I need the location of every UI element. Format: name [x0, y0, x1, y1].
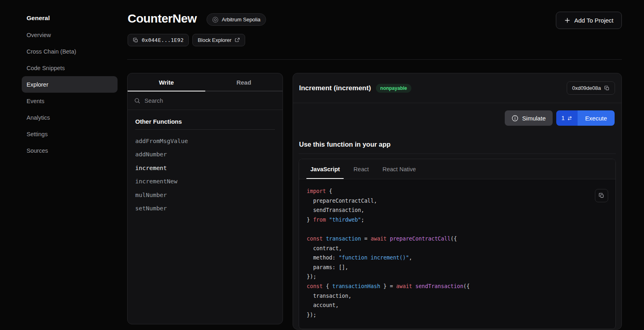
contract-address-button[interactable]: 0x044E...1E92: [128, 34, 189, 46]
sidebar-item-code-snippets[interactable]: Code Snippets: [22, 60, 118, 76]
code-language-tabbar: JavaScriptReactReact Native: [299, 159, 615, 179]
sidebar-nav: OverviewCross Chain (Beta)Code SnippetsE…: [22, 27, 118, 159]
code-snippet-box: JavaScriptReactReact Native import { pre…: [299, 159, 616, 329]
add-to-project-label: Add To Project: [574, 17, 613, 24]
sidebar-item-sources[interactable]: Sources: [22, 142, 118, 159]
network-badge-label: Arbitrum Sepolia: [222, 17, 260, 23]
code-line: } from "thirdweb";: [307, 215, 591, 225]
sidebar: General OverviewCross Chain (Beta)Code S…: [0, 0, 127, 330]
function-item-addfrommsgvalue[interactable]: addFromMsgValue: [135, 135, 275, 148]
copy-code-button[interactable]: [595, 189, 608, 202]
code-tab-react[interactable]: React: [353, 159, 369, 179]
tab-read[interactable]: Read: [205, 73, 283, 91]
swap-arrows-icon: [567, 116, 572, 121]
functions-section-title: Other Functions: [135, 118, 275, 130]
function-list: addFromMsgValueaddNumberincrementincreme…: [135, 130, 275, 215]
simulate-button[interactable]: Simulate: [505, 110, 552, 126]
add-to-project-button[interactable]: Add To Project: [556, 12, 622, 29]
function-search-row: [128, 91, 283, 110]
code-line: const transaction = await prepareContrac…: [307, 234, 591, 244]
code-line: import {: [307, 187, 591, 196]
block-explorer-label: Block Explorer: [198, 37, 231, 43]
function-item-mulnumber[interactable]: mulNumber: [135, 189, 275, 202]
sidebar-item-events[interactable]: Events: [22, 93, 118, 109]
code-line: [307, 224, 591, 234]
code-line: account,: [307, 301, 591, 310]
code-tab-javascript[interactable]: JavaScript: [310, 159, 341, 179]
copy-icon: [604, 85, 610, 91]
sidebar-item-settings[interactable]: Settings: [22, 126, 118, 142]
contract-address-label: 0x044E...1E92: [142, 37, 184, 43]
plus-icon: [564, 17, 570, 23]
code-tab-react-native[interactable]: React Native: [382, 159, 417, 179]
functions-panel: WriteRead Other Functions addFromMsgValu…: [127, 73, 283, 324]
network-badge: Arbitrum Sepolia: [206, 13, 266, 26]
usage-divider: [299, 154, 616, 154]
code-block: import { prepareContractCall, sendTransa…: [299, 179, 615, 328]
network-chain-icon: [212, 17, 219, 23]
tab-write[interactable]: Write: [128, 73, 205, 91]
page-title: CounterNew: [128, 12, 197, 25]
function-selector-button[interactable]: 0xd09de08a: [567, 81, 615, 95]
transaction-count: 1: [561, 115, 565, 121]
copy-icon: [599, 193, 605, 199]
code-line: });: [307, 272, 591, 282]
code-area: import { prepareContractCall, sendTransa…: [299, 179, 615, 329]
function-selector-label: 0xd09de08a: [572, 85, 601, 91]
header-divider: [127, 59, 622, 60]
function-detail-header: Increment (increment) nonpayable 0xd09de…: [293, 73, 621, 103]
code-line: });: [307, 310, 591, 320]
code-line: method: "function increment()",: [307, 253, 591, 263]
execute-button[interactable]: Execute: [578, 110, 615, 126]
execute-split-button: 1 Execute: [556, 110, 615, 126]
usage-title: Use this function in your app: [299, 141, 390, 148]
function-item-setnumber[interactable]: setNumber: [135, 202, 275, 215]
info-icon: [512, 115, 518, 122]
block-explorer-button[interactable]: Block Explorer: [192, 34, 245, 46]
transaction-count-button[interactable]: 1: [556, 110, 578, 126]
code-line: prepareContractCall,: [307, 196, 591, 206]
function-item-increment[interactable]: increment: [135, 162, 275, 175]
sidebar-section-title: General: [27, 15, 50, 22]
function-item-incrementnew[interactable]: incrementNew: [135, 175, 275, 188]
sidebar-item-explorer[interactable]: Explorer: [22, 76, 118, 93]
function-item-addnumber[interactable]: addNumber: [135, 148, 275, 161]
function-search-input[interactable]: [144, 98, 276, 104]
functions-tabbar: WriteRead: [128, 73, 283, 91]
code-line: sendTransaction,: [307, 205, 591, 215]
simulate-label: Simulate: [522, 115, 545, 122]
function-detail-title: Increment (increment): [299, 84, 371, 92]
sidebar-item-overview[interactable]: Overview: [22, 27, 118, 43]
code-line: params: [],: [307, 263, 591, 272]
contract-links-row: 0x044E...1E92 Block Explorer: [128, 34, 245, 46]
sidebar-item-cross-chain-beta[interactable]: Cross Chain (Beta): [22, 43, 118, 60]
code-line: const { transactionHash } = await sendTr…: [307, 282, 591, 291]
code-line: contract,: [307, 244, 591, 253]
external-link-icon: [235, 37, 240, 43]
search-icon: [134, 98, 140, 104]
function-detail-panel: Increment (increment) nonpayable 0xd09de…: [293, 73, 622, 330]
sidebar-item-analytics[interactable]: Analytics: [22, 109, 118, 126]
copy-icon: [133, 37, 138, 43]
mutability-badge: nonpayable: [376, 84, 412, 93]
code-line: transaction,: [307, 291, 591, 301]
functions-section: Other Functions addFromMsgValueaddNumber…: [128, 110, 283, 215]
function-actions-row: Simulate 1 Execute: [293, 103, 621, 126]
